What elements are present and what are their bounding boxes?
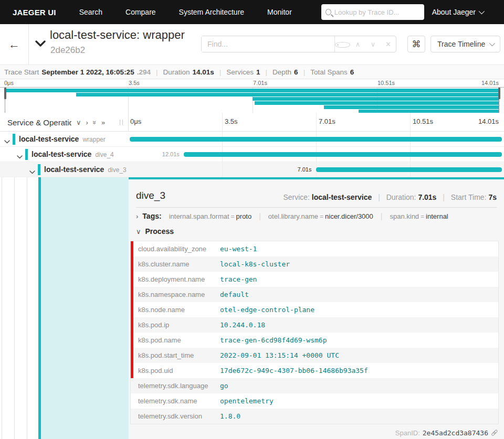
back-button[interactable]: ← bbox=[0, 24, 29, 65]
duration-value: 14.01s bbox=[192, 68, 214, 76]
process-tag-value: trace-gen-6cd98f4d69-wsm6p bbox=[220, 336, 327, 344]
span-bar[interactable] bbox=[184, 152, 502, 157]
process-tag-row[interactable]: k8s.namespace.namedefault bbox=[131, 287, 498, 302]
detail-left-gutter bbox=[0, 177, 129, 439]
find-input[interactable] bbox=[202, 36, 334, 52]
trace-view-label: Trace Timeline bbox=[437, 40, 485, 48]
expand-one-icon[interactable]: › bbox=[86, 119, 88, 126]
nav-item-search[interactable]: Search bbox=[79, 8, 102, 16]
nav-item-system-architecture[interactable]: System Architecture bbox=[179, 8, 245, 16]
span-row-timeline-cell[interactable]: 7.01s bbox=[129, 162, 504, 177]
process-tag-key: k8s.cluster.name bbox=[131, 260, 220, 268]
search-icon bbox=[326, 9, 331, 15]
selected-span-highlight[interactable] bbox=[41, 177, 129, 439]
tags-accordion[interactable]: › Tags: internal.span.format=proto|otel.… bbox=[136, 212, 448, 220]
process-tag-value: eu-west-1 bbox=[220, 245, 257, 253]
chevron-down-icon bbox=[479, 8, 485, 14]
process-tag-row[interactable]: telemetry.sdk.languagego bbox=[131, 378, 498, 393]
tag-item: span.kind=internal bbox=[390, 212, 448, 220]
process-tag-key: k8s.namespace.name bbox=[131, 291, 220, 298]
timeline-column-header: Service & Operation ∨ › » » 0μs 3.5s 7.0… bbox=[0, 113, 504, 132]
span-row-timeline-cell[interactable]: 12.01s bbox=[129, 147, 504, 162]
app-logo[interactable]: JAEGER UI bbox=[13, 8, 56, 17]
start-time-label: Start Time: bbox=[451, 193, 487, 201]
span-row-name-cell[interactable]: local-test-servicedive_4 bbox=[0, 147, 129, 162]
trace-id-search-input[interactable] bbox=[334, 8, 420, 16]
trace-collapse-toggle[interactable] bbox=[34, 36, 47, 51]
axis-tick: 10.51s bbox=[413, 117, 433, 125]
keyboard-shortcuts-button[interactable]: ⌘ bbox=[407, 36, 425, 52]
minimap-tick: 14.01s bbox=[481, 80, 499, 86]
trace-id: 2de26b2 bbox=[50, 45, 85, 56]
process-tag-row[interactable]: k8s.pod.start_time2022-09-01 13:15:14 +0… bbox=[131, 348, 498, 363]
about-jaeger-menu[interactable]: About Jaeger bbox=[432, 8, 483, 16]
span-row-timeline-cell[interactable] bbox=[129, 132, 504, 147]
span-bar[interactable] bbox=[316, 167, 502, 172]
prev-match-icon[interactable]: ∧ bbox=[350, 40, 365, 48]
next-match-icon[interactable]: ∨ bbox=[365, 40, 381, 48]
deep-link-icon[interactable] bbox=[489, 428, 499, 437]
axis-tick: 14.01s bbox=[478, 117, 499, 125]
span-detail-panel: dive_3 Service: local-test-service | Dur… bbox=[129, 177, 504, 439]
process-tag-value: 10.244.0.18 bbox=[220, 321, 265, 329]
span-row-name-cell[interactable]: local-test-servicedive_3 bbox=[0, 162, 129, 177]
process-label: Process bbox=[145, 227, 174, 235]
red-marker bbox=[131, 256, 133, 272]
find-tools: ∧ ∨ ✕ bbox=[334, 36, 396, 52]
service-color-bar bbox=[25, 149, 28, 160]
process-tag-row[interactable]: k8s.pod.ip10.244.0.18 bbox=[131, 317, 498, 333]
process-tag-key: k8s.pod.uid bbox=[131, 367, 220, 374]
nav-item-monitor[interactable]: Monitor bbox=[267, 8, 292, 16]
process-tag-value: 2022-09-01 13:15:14 +0000 UTC bbox=[220, 351, 339, 359]
chevron-down-icon[interactable] bbox=[29, 167, 35, 176]
process-tag-row[interactable]: telemetry.sdk.nameopentelemetry bbox=[131, 393, 498, 409]
process-tag-row[interactable]: telemetry.sdk.version1.8.0 bbox=[131, 409, 498, 424]
span-detail-header: dive_3 Service: local-test-service | Dur… bbox=[136, 185, 497, 208]
span-row-name-cell[interactable]: local-test-servicewrapper bbox=[0, 132, 129, 147]
chevron-down-icon[interactable] bbox=[4, 136, 10, 146]
clear-find-icon[interactable]: ✕ bbox=[381, 40, 396, 48]
nav-item-compare[interactable]: Compare bbox=[125, 8, 156, 16]
process-tag-key: telemetry.sdk.name bbox=[131, 397, 220, 405]
process-tag-value: local-k8s-cluster bbox=[220, 260, 290, 268]
process-tag-value: 17de672c-949c-4307-bb06-14686b93a35f bbox=[220, 367, 368, 374]
axis-tick: 0μs bbox=[130, 117, 141, 125]
trace-view-dropdown[interactable]: Trace Timeline bbox=[430, 36, 500, 52]
total-spans-value: 6 bbox=[350, 68, 354, 76]
process-tag-row[interactable]: k8s.pod.nametrace-gen-6cd98f4d69-wsm6p bbox=[131, 333, 498, 348]
span-row-dive_4[interactable]: local-test-servicedive_412.01s bbox=[0, 147, 504, 162]
span-row-wrapper[interactable]: local-test-servicewrapper bbox=[0, 132, 504, 147]
duration-label: Duration bbox=[163, 68, 190, 76]
collapse-deep-icon[interactable]: » bbox=[91, 120, 98, 124]
minimap-left-scrubber[interactable] bbox=[5, 88, 5, 113]
focus-match-icon[interactable] bbox=[335, 40, 350, 48]
red-marker bbox=[131, 317, 133, 333]
minimap-tick: 10.51s bbox=[377, 80, 395, 86]
timeline-minimap[interactable] bbox=[0, 87, 504, 113]
minimap-tick: 7.01s bbox=[253, 80, 267, 86]
process-accordion[interactable]: ∨ Process bbox=[136, 227, 174, 235]
top-nav-bar: JAEGER UI Search Compare System Architec… bbox=[0, 0, 504, 24]
red-marker bbox=[131, 287, 133, 302]
tags-label: Tags: bbox=[142, 212, 161, 220]
expand-all-icon[interactable]: » bbox=[101, 119, 105, 126]
process-tag-row[interactable]: k8s.deployment.nametrace-gen bbox=[131, 272, 498, 287]
duration-label: Duration: bbox=[386, 193, 416, 201]
span-row-dive_3[interactable]: local-test-servicedive_37.01s bbox=[0, 162, 504, 177]
column-resize-grip[interactable] bbox=[120, 120, 123, 125]
span-bar[interactable] bbox=[130, 137, 502, 142]
process-tag-row[interactable]: cloud.availability_zoneeu-west-1 bbox=[131, 241, 498, 256]
minimap-right-scrubber[interactable] bbox=[499, 88, 499, 113]
red-marker bbox=[131, 272, 133, 287]
axis-tick: 3.5s bbox=[225, 117, 238, 125]
trace-start-ms: .294 bbox=[137, 68, 151, 76]
service-color-bar bbox=[13, 134, 15, 145]
service-name: local-test-servicedive_3 bbox=[44, 165, 127, 174]
process-tag-row[interactable]: k8s.pod.uid17de672c-949c-4307-bb06-14686… bbox=[131, 363, 498, 378]
collapse-all-icon[interactable]: ∨ bbox=[76, 119, 81, 126]
process-tag-row[interactable]: k8s.node.nameotel-edge-control-plane bbox=[131, 302, 498, 317]
trace-id-search-box[interactable] bbox=[321, 4, 424, 20]
process-key-value-table: cloud.availability_zoneeu-west-1k8s.clus… bbox=[130, 241, 499, 424]
process-tag-row[interactable]: k8s.cluster.namelocal-k8s-cluster bbox=[131, 256, 498, 272]
chevron-down-icon[interactable] bbox=[17, 152, 23, 161]
